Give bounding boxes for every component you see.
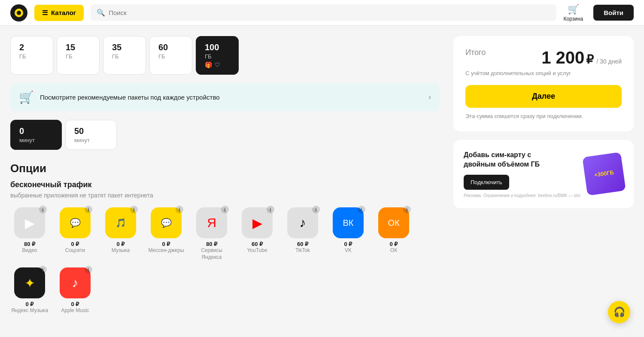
logo (10, 4, 27, 21)
app-item-vk[interactable]: ВК ℹ 0 ₽ VK (329, 207, 368, 261)
badge-line1: +300 (594, 170, 607, 179)
options-section: Опции бесконечный трафик выбранные прило… (10, 162, 440, 314)
app-name-yandex_music: Яндекс Музыка (11, 307, 48, 314)
app-price-vk: 0 ₽ (344, 241, 352, 247)
app-price-yandex: 80 ₽ (206, 241, 217, 247)
cart-label: Корзина (563, 16, 583, 22)
support-fab[interactable]: 🎧 (608, 301, 630, 323)
price-note: С учётом дополнительных опций и услуг (465, 70, 622, 76)
search-icon: 🔍 (97, 9, 105, 17)
app-name-social: Соцсети (65, 247, 85, 254)
promo-badge: +300 ГБ (582, 152, 626, 196)
proceed-button[interactable]: Далее (465, 85, 622, 108)
app-info-btn-social[interactable]: ℹ (85, 206, 92, 213)
banner-text: Посмотрите рекомендуемые пакеты под кажд… (40, 94, 220, 101)
sim-promo-card: Добавь сим-карту с двойным объёмом ГБ По… (453, 140, 634, 208)
gb-option-gb2[interactable]: 2ГБ (10, 36, 53, 75)
app-item-tiktok[interactable]: ♪ ℹ 60 ₽ TikTok (283, 207, 322, 261)
app-icon-wrap-youtube: ▶ ℹ (242, 207, 273, 238)
svg-point-2 (17, 11, 21, 15)
itogo-label: Итого (465, 48, 486, 57)
app-name-apple_music: Apple Music (61, 307, 89, 314)
app-price-social: 0 ₽ (71, 241, 79, 247)
price-card: Итого 1 200 ₽ / 30 дней С учётом дополни… (453, 36, 634, 131)
app-price-yandex_music: 0 ₽ (26, 301, 34, 307)
app-item-youtube[interactable]: ▶ ℹ 60 ₽ YouTube (238, 207, 276, 261)
app-price-video: 80 ₽ (24, 241, 35, 247)
traffic-desc: выбранные приложения не тратят пакет инт… (10, 192, 440, 199)
headphones-icon: 🎧 (614, 307, 625, 318)
chevron-right-icon: › (428, 93, 431, 102)
price-currency: ₽ (586, 52, 594, 67)
app-icon-wrap-music: 🎵 ℹ (105, 207, 136, 238)
app-icon-wrap-yandex_music: ✦ ℹ (14, 267, 45, 298)
app-info-btn-messengers[interactable]: ℹ (176, 206, 183, 213)
search-bar: 🔍 (91, 4, 556, 21)
app-icon-wrap-tiktok: ♪ ℹ (287, 207, 318, 238)
price-header: Итого 1 200 ₽ / 30 дней (465, 48, 622, 67)
app-icon-wrap-social: 💬 ℹ (60, 207, 91, 238)
connect-sim-button[interactable]: Подключить (464, 175, 509, 190)
gb-option-gb15[interactable]: 15ГБ (57, 36, 100, 75)
app-icon-wrap-apple_music: ♪ ℹ (60, 267, 91, 298)
app-item-video[interactable]: ▶ ℹ 80 ₽ Видео (10, 207, 49, 261)
recommendation-banner[interactable]: 🛒 Посмотрите рекомендуемые пакеты под ка… (10, 83, 440, 111)
app-item-messengers[interactable]: 💬 ℹ 0 ₽ Мессен-джеры (147, 207, 185, 261)
app-name-vk: VK (345, 247, 352, 254)
min-option-min0[interactable]: 0минут (10, 120, 62, 150)
sim-promo-left: Добавь сим-карту с двойным объёмом ГБ По… (464, 150, 580, 198)
header: ☰ Каталог 🔍 🛒 Корзина Войти (0, 0, 644, 26)
app-item-apple_music[interactable]: ♪ ℹ 0 ₽ Apple Music (56, 267, 94, 314)
app-name-youtube: YouTube (247, 247, 267, 254)
min-option-min50[interactable]: 50минут (65, 120, 117, 150)
price-main: 1 200 ₽ (541, 48, 594, 67)
app-name-video: Видео (22, 247, 37, 254)
catalog-label: Каталог (51, 9, 76, 16)
app-item-yandex[interactable]: Я ℹ 80 ₽ Сервисы Яндекса (192, 207, 231, 261)
login-button[interactable]: Войти (593, 5, 634, 21)
gb-option-gb60[interactable]: 60ГБ (149, 36, 192, 75)
app-icon-wrap-yandex: Я ℹ (196, 207, 227, 238)
app-info-btn-apple_music[interactable]: ℹ (85, 266, 92, 273)
app-name-messengers: Мессен-джеры (148, 247, 184, 254)
search-input[interactable] (109, 9, 550, 16)
gb-option-gb100[interactable]: 100ГБ🎁♡ (196, 36, 239, 75)
app-name-tiktok: TikTok (295, 247, 310, 254)
app-price-tiktok: 60 ₽ (297, 241, 308, 247)
app-price-messengers: 0 ₽ (162, 241, 170, 247)
cart-button[interactable]: 🛒 Корзина (563, 4, 583, 22)
app-item-social[interactable]: 💬 ℹ 0 ₽ Соцсети (56, 207, 94, 261)
app-name-ok: ОК (390, 247, 397, 254)
badge-line2: ГБ (606, 169, 614, 177)
app-info-btn-youtube[interactable]: ℹ (267, 206, 274, 213)
apps-grid: ▶ ℹ 80 ₽ Видео 💬 ℹ 0 ₽ Соцсети 🎵 ℹ 0 ₽ М… (10, 207, 440, 314)
app-info-btn-music[interactable]: ℹ (130, 206, 138, 213)
app-info-btn-vk[interactable]: ℹ (358, 206, 365, 213)
app-info-btn-yandex[interactable]: ℹ (221, 206, 229, 213)
app-icon-wrap-video: ▶ ℹ (14, 207, 45, 238)
app-item-music[interactable]: 🎵 ℹ 0 ₽ Музыка (101, 207, 140, 261)
options-title: Опции (10, 162, 440, 175)
app-price-ok: 0 ₽ (390, 241, 398, 247)
app-info-btn-tiktok[interactable]: ℹ (312, 206, 320, 213)
catalog-button[interactable]: ☰ Каталог (34, 5, 84, 21)
app-info-btn-yandex_music[interactable]: ℹ (39, 266, 47, 273)
app-item-ok[interactable]: ОК ℹ 0 ₽ ОК (374, 207, 413, 261)
right-panel: Итого 1 200 ₽ / 30 дней С учётом дополни… (453, 36, 634, 314)
banner-content: 🛒 Посмотрите рекомендуемые пакеты под ка… (19, 90, 220, 104)
cart-icon: 🛒 (568, 4, 579, 15)
sim-promo-title: Добавь сим-карту с двойным объёмом ГБ (464, 150, 541, 170)
app-item-yandex_music[interactable]: ✦ ℹ 0 ₽ Яндекс Музыка (10, 267, 49, 314)
price-amount: 1 200 (541, 48, 584, 67)
app-info-btn-ok[interactable]: ℹ (403, 206, 411, 213)
app-price-apple_music: 0 ₽ (71, 301, 79, 307)
menu-icon: ☰ (42, 9, 48, 17)
app-price-music: 0 ₽ (117, 241, 125, 247)
app-icon-wrap-ok: ОК ℹ (378, 207, 409, 238)
gb-selector: 2ГБ15ГБ35ГБ60ГБ100ГБ🎁♡ (10, 36, 440, 75)
app-info-btn-video[interactable]: ℹ (39, 206, 47, 213)
sim-ad-note: Реклама. Ограничения и подробнее: beelin… (464, 193, 580, 198)
banner-emoji: 🛒 (19, 90, 34, 104)
gb-option-gb35[interactable]: 35ГБ (103, 36, 146, 75)
traffic-subtitle: бесконечный трафик (10, 180, 440, 189)
